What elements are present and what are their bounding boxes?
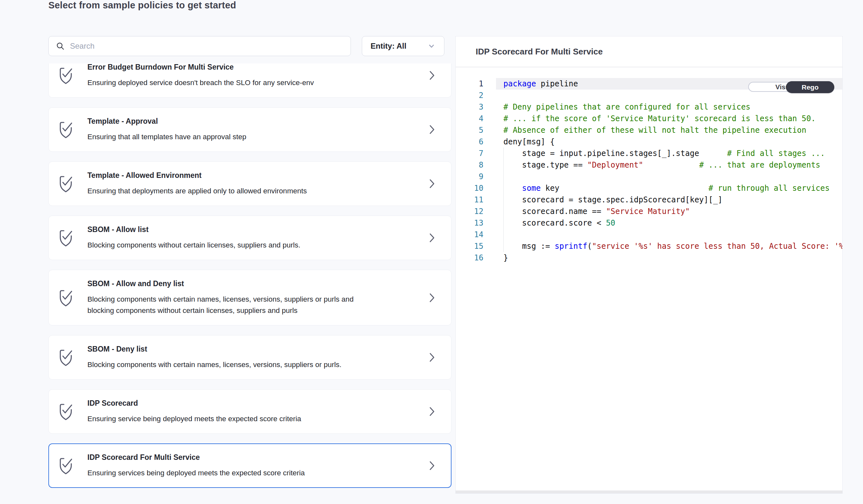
code-editor[interactable]: 1 package pipeline 2 3 # Deny pipelines … [456,67,842,490]
line-number: 2 [456,90,496,101]
search-input[interactable] [70,41,343,51]
code-line-content: # Absence of either of these will not ha… [496,125,842,136]
policy-card[interactable]: SBOM - Deny list Blocking components wit… [48,335,451,379]
policy-title: Template - Allowed Environment [87,171,307,180]
line-number: 16 [456,252,496,263]
line-number: 5 [456,125,496,136]
chevron-right-icon [427,124,437,135]
shield-check-icon [58,457,74,474]
code-line-content: some key # run through all services [496,182,842,194]
shield-check-icon [58,175,74,192]
policy-title: SBOM - Deny list [87,345,341,353]
chevron-down-icon [427,42,436,50]
policy-card[interactable]: Error Budget Burndown For Multi Service … [48,64,451,98]
visual-rego-toggle: Visual Rego [748,82,834,92]
code-line-content [496,229,842,241]
policy-title: SBOM - Allow list [87,225,300,234]
shield-check-icon [58,67,74,84]
line-number: 4 [456,113,496,125]
code-line: 16 } [456,252,842,263]
code-line-content: scorecard = stage.spec.idpScorecard[key]… [496,194,842,206]
shield-check-icon [58,349,74,366]
policy-card[interactable]: IDP Scorecard Ensuring service being dep… [48,389,451,434]
code-line: 4 # ... if the score of 'Service Maturit… [456,113,842,125]
search-box [48,36,351,56]
chevron-right-icon [427,292,437,303]
chevron-right-icon [427,69,437,81]
code-line: 14 [456,229,842,241]
entity-filter-dropdown[interactable]: Entity: All [362,36,445,56]
horizontal-scrollbar[interactable] [456,490,842,493]
shield-check-icon [58,289,74,307]
policy-description: Blocking components with certain names, … [87,359,341,370]
policy-title: Error Budget Burndown For Multi Service [87,64,314,72]
policy-description: Ensuring services being deployed meets t… [87,467,305,479]
code-line: 3 # Deny pipelines that are configured f… [456,101,842,113]
line-number: 7 [456,147,496,159]
policy-card[interactable]: IDP Scorecard For Multi Service Ensuring… [48,443,451,488]
policy-card[interactable]: Template - Approval Ensuring that all te… [48,107,451,152]
chevron-right-icon [427,406,437,417]
policy-card[interactable]: Template - Allowed Environment Ensuring … [48,161,451,206]
line-number: 3 [456,101,496,113]
policy-description: Blocking components without certain lice… [87,240,300,251]
code-line: 10 some key # run through all services [456,182,842,194]
policy-title: Template - Approval [87,117,246,126]
policy-description: Ensuring deployed service doesn't breach… [87,77,314,88]
chevron-right-icon [427,460,437,471]
shield-check-icon [58,403,74,420]
code-line-content: scorecard.score < 50 [496,217,842,229]
code-line: 7 stage = input.pipeline.stages[_].stage… [456,147,842,159]
indent-guide [503,147,504,252]
policy-card[interactable]: SBOM - Allow list Blocking components wi… [48,216,451,260]
line-number: 11 [456,194,496,206]
policy-title: SBOM - Allow and Deny list [87,279,365,288]
shield-check-icon [58,121,74,138]
line-number: 10 [456,182,496,194]
line-number: 8 [456,159,496,171]
code-line: 5 # Absence of either of these will not … [456,125,842,136]
code-line-content: # ... if the score of 'Service Maturity'… [496,113,842,125]
code-line-content: deny[msg] { [496,136,842,147]
code-line-content [496,171,842,182]
code-line: 15 msg := sprintf("service '%s' has scor… [456,241,842,252]
entity-filter-label: Entity: All [371,41,407,51]
policy-description: Ensuring that deployments are applied on… [87,185,307,197]
line-number: 13 [456,217,496,229]
line-number: 9 [456,171,496,182]
code-line-content: msg := sprintf("service '%s' has score l… [496,241,842,252]
policy-detail-panel: IDP Scorecard For Multi Service 1 packag… [455,36,843,494]
toggle-rego[interactable]: Rego [786,81,834,93]
page-title: Select from sample policies to get start… [48,0,236,11]
chevron-right-icon [427,352,437,363]
line-number: 15 [456,241,496,252]
line-number: 1 [456,78,496,90]
code-line-content: # Deny pipelines that are configured for… [496,101,842,113]
code-line: 13 scorecard.score < 50 [456,217,842,229]
code-line: 12 scorecard.name == "Service Maturity" [456,206,842,217]
policy-title: IDP Scorecard [87,399,301,408]
code-line: 9 [456,171,842,182]
chevron-right-icon [427,232,437,244]
code-line-content: scorecard.name == "Service Maturity" [496,206,842,217]
policy-description: Ensuring that all templates have an appr… [87,131,246,142]
policy-list[interactable]: Error Budget Burndown For Multi Service … [48,64,451,504]
chevron-right-icon [427,178,437,190]
search-icon [56,41,65,51]
policy-title: IDP Scorecard For Multi Service [87,453,305,462]
code-line-content: stage.type == "Deployment" # ... that ar… [496,159,842,171]
line-number: 14 [456,229,496,241]
policy-description: Ensuring service being deployed meets th… [87,413,301,424]
detail-title: IDP Scorecard For Multi Service [456,36,842,67]
line-number: 12 [456,206,496,217]
code-line: 6 deny[msg] { [456,136,842,147]
code-line: 8 stage.type == "Deployment" # ... that … [456,159,842,171]
shield-check-icon [58,229,74,246]
code-line-content: stage = input.pipeline.stages[_].stage #… [496,147,842,159]
code-line: 11 scorecard = stage.spec.idpScorecard[k… [456,194,842,206]
code-line-content: } [496,252,842,263]
policy-description: Blocking components with certain names, … [87,294,365,316]
policy-card[interactable]: SBOM - Allow and Deny list Blocking comp… [48,270,451,325]
line-number: 6 [456,136,496,147]
